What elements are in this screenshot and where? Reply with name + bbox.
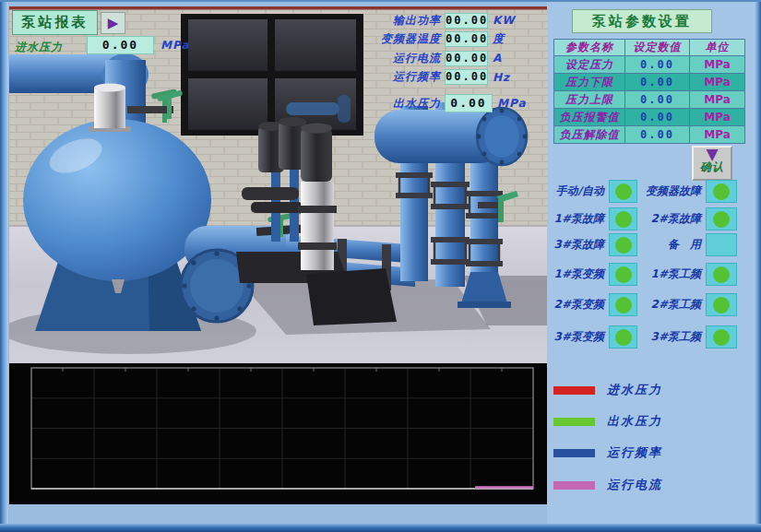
lamp-on-icon: [615, 211, 632, 228]
param-value-field[interactable]: 0.00: [625, 74, 690, 91]
legend-item: 运行电流: [553, 478, 662, 492]
lamp-on-icon: [713, 329, 730, 346]
reading-label: 运行电流: [334, 51, 441, 66]
reading-unit: KW: [493, 14, 516, 27]
reading-row-run-frequency: 运行频率 00.00 Hz: [334, 68, 544, 88]
lamp-on-icon: [713, 183, 730, 200]
inlet-pressure-label: 进水压力: [15, 40, 63, 55]
reading-row-output-power: 输出功率 00.00 KW: [334, 11, 544, 30]
legend-label: 运行频率: [607, 444, 662, 461]
col-header-unit: 单位: [690, 40, 745, 56]
play-icon[interactable]: ▶: [101, 12, 125, 34]
lamp-pump1-vfd: [609, 263, 637, 286]
indicator-label: 3#泵变频: [547, 329, 604, 345]
lamp-inverter-fault: [706, 180, 737, 203]
report-button[interactable]: 泵站报表: [12, 10, 98, 35]
indicator-label: 3#泵工频: [636, 329, 701, 345]
col-header-value: 设定数值: [625, 40, 690, 56]
legend-label: 进水压力: [607, 382, 662, 398]
reading-label: 变频器温度: [334, 31, 441, 47]
table-row: 设定压力 0.00 MPa: [554, 56, 745, 74]
legend-label: 出水压力: [607, 413, 662, 430]
indicator-label: 2#泵故障: [636, 211, 701, 227]
param-unit: MPa: [690, 91, 745, 109]
pump-station-hmi-screen: 泵站报表 ▶ 进水压力 0.00 MPa 输出功率 00.00 KW 变频器温度…: [0, 0, 761, 532]
legend-item: 进水压力: [553, 383, 662, 397]
indicator-row: 2#泵变频 2#泵工频: [547, 293, 754, 317]
param-name: 负压解除值: [554, 126, 625, 144]
reading-value: 00.00: [445, 31, 488, 47]
frame-border-right: [754, 2, 761, 532]
legend-item: 出水压力: [553, 414, 662, 429]
param-value-field[interactable]: 0.00: [625, 109, 690, 126]
param-value-field[interactable]: 0.00: [625, 91, 690, 109]
col-header-name: 参数名称: [554, 40, 625, 56]
pump-room-3d-view: 泵站报表 ▶ 进水压力 0.00 MPa 输出功率 00.00 KW 变频器温度…: [9, 6, 547, 363]
reading-row-inverter-temp: 变频器温度 00.00 度: [334, 30, 544, 50]
lamp-on-icon: [713, 211, 730, 228]
table-row: 压力上限 0.00 MPa: [554, 91, 745, 109]
indicator-label: 1#泵变频: [547, 266, 604, 282]
lamp-on-icon: [713, 297, 730, 313]
inlet-pressure-value: 0.00: [87, 36, 154, 54]
trend-chart-plot: [9, 363, 547, 504]
parameter-table: 参数名称 设定数值 单位 设定压力 0.00 MPa 压力下限 0.00 MPa…: [553, 39, 745, 144]
param-unit: MPa: [690, 56, 745, 74]
outlet-pressure-row: 出水压力 0.00 MPa: [334, 92, 527, 114]
indicator-label: 变频器故障: [636, 183, 701, 199]
lamp-on-icon: [615, 266, 632, 283]
legend-label: 运行电流: [607, 477, 662, 493]
indicator-row: 1#泵变频 1#泵工频: [547, 263, 754, 287]
trend-chart: [9, 363, 547, 504]
lamp-on-icon: [713, 266, 730, 283]
outlet-pressure-label: 出水压力: [334, 96, 441, 112]
param-value-field[interactable]: 0.00: [625, 126, 690, 144]
table-header-row: 参数名称 设定数值 单位: [554, 40, 745, 56]
indicator-row: 1#泵故障 2#泵故障: [547, 207, 754, 231]
lamp-on-icon: [615, 237, 632, 254]
reading-label: 输出功率: [334, 13, 441, 29]
reading-unit: 度: [493, 31, 505, 47]
lamp-pump2-mains: [706, 293, 737, 316]
reading-unit: A: [493, 52, 502, 65]
reading-value: 00.00: [445, 13, 488, 29]
inlet-pressure-unit: MPa: [161, 39, 190, 52]
param-unit: MPa: [690, 126, 745, 144]
reading-label: 运行频率: [334, 69, 441, 85]
indicator-label: 1#泵故障: [547, 211, 604, 227]
confirm-button-label: 确认: [694, 160, 731, 175]
indicator-row: 3#泵故障 备 用: [547, 233, 754, 257]
lamp-on-icon: [615, 183, 632, 200]
reading-unit: Hz: [493, 71, 510, 84]
table-row: 负压解除值 0.00 MPa: [554, 126, 745, 144]
reading-value: 00.00: [445, 69, 488, 85]
lamp-pump2-vfd: [609, 293, 637, 316]
panel-title: 泵站参数设置: [572, 9, 712, 33]
lamp-pump2-fault: [706, 207, 737, 231]
lamp-on-icon: [615, 329, 632, 346]
vfd-readings: 输出功率 00.00 KW 变频器温度 00.00 度 运行电流 00.00 A…: [334, 11, 544, 87]
indicator-row: 手动/自动 变频器故障: [547, 180, 754, 204]
indicator-row: 3#泵变频 3#泵工频: [547, 325, 754, 349]
table-row: 负压报警值 0.00 MPa: [554, 109, 745, 126]
param-unit: MPa: [690, 74, 745, 91]
ceiling-line: [9, 6, 547, 10]
lamp-pump3-fault: [609, 233, 637, 256]
indicator-label: 手动/自动: [547, 183, 604, 199]
legend-swatch-inlet-pressure: [553, 386, 595, 395]
outlet-pressure-value: 0.00: [445, 94, 493, 112]
indicator-label: 2#泵工频: [636, 297, 701, 313]
param-value-field[interactable]: 0.00: [625, 56, 690, 74]
reading-row-run-current: 运行电流 00.00 A: [334, 49, 544, 68]
legend-swatch-run-frequency: [553, 449, 595, 457]
param-unit: MPa: [690, 109, 745, 126]
discharge-manifold: [375, 108, 527, 165]
lamp-pump1-mains: [706, 263, 737, 286]
lamp-spare: [706, 233, 737, 256]
lamp-on-icon: [615, 297, 632, 313]
confirm-button[interactable]: ▼ 确认: [692, 146, 732, 181]
lamp-manual-auto: [609, 180, 637, 203]
param-name: 负压报警值: [554, 109, 625, 126]
lamp-pump1-fault: [609, 207, 637, 231]
reading-value: 00.00: [445, 51, 488, 66]
